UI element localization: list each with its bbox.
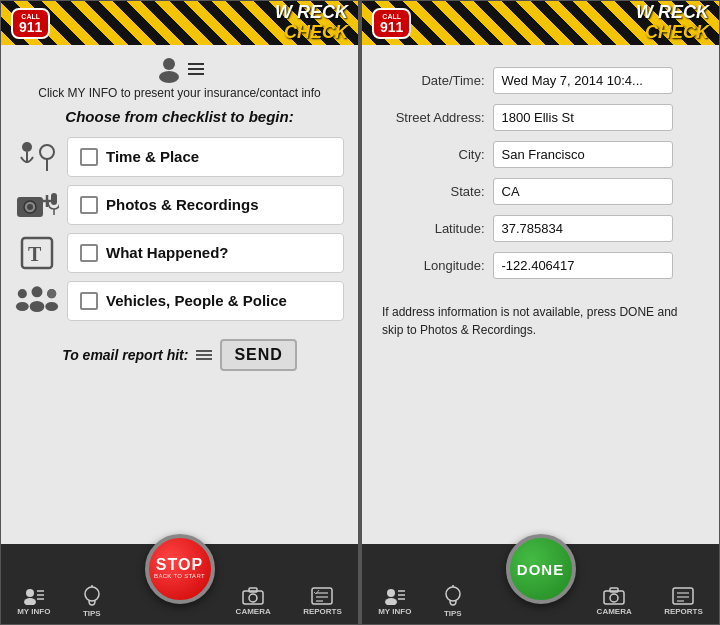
panel2-body: Date/Time: Wed May 7, 2014 10:4... Stree… (362, 45, 719, 544)
lines-icon (188, 63, 204, 75)
svg-point-35 (387, 589, 395, 597)
people-icon (15, 283, 59, 319)
svg-rect-30 (249, 588, 257, 592)
checklist-row-photos: Photos & Recordings (15, 185, 344, 225)
wreck-check-logo-1: W RECK CHECK (275, 3, 348, 43)
my-info-section: Click MY INFO to present your insurance/… (15, 55, 344, 102)
nav-reports-label-1: REPORTS (303, 607, 342, 616)
svg-point-22 (24, 598, 36, 605)
datetime-label: Date/Time: (378, 65, 489, 96)
nine11-text-1: 911 (19, 20, 42, 34)
longitude-label: Longitude: (378, 250, 489, 281)
bottom-bar-1: STOP BACK TO START MY INFO (1, 544, 358, 624)
checklist-row-what-happened: T What Happened? (15, 233, 344, 273)
form-row-datetime: Date/Time: Wed May 7, 2014 10:4... (378, 65, 703, 96)
call-911-badge-1: CALL 911 (11, 8, 50, 39)
form-row-state: State: CA (378, 176, 703, 207)
nav-reports-label-2: REPORTS (664, 607, 703, 616)
call-911-badge-2: CALL 911 (372, 8, 411, 39)
form-row-longitude: Longitude: -122.406417 (378, 250, 703, 281)
photos-checkbox[interactable] (80, 196, 98, 214)
svg-point-2 (22, 142, 32, 152)
svg-text:T: T (28, 243, 42, 265)
panel1-body: Click MY INFO to present your insurance/… (1, 45, 358, 544)
longitude-value[interactable]: -122.406417 (493, 252, 673, 279)
time-place-button[interactable]: Time & Place (67, 137, 344, 177)
photos-button[interactable]: Photos & Recordings (67, 185, 344, 225)
what-happened-icon-area: T (15, 235, 59, 271)
nav-reports-2[interactable]: REPORTS (664, 587, 703, 616)
vehicles-checkbox[interactable] (80, 292, 98, 310)
done-button[interactable]: DONE (506, 534, 576, 604)
nav-tips-2[interactable]: TIPS (444, 585, 462, 618)
latitude-label: Latitude: (378, 213, 489, 244)
nav-my-info-label-1: MY INFO (17, 607, 50, 616)
svg-point-4 (40, 145, 54, 159)
nav-camera-1[interactable]: CAMERA (236, 587, 271, 616)
person-lines-icon-2 (384, 587, 406, 605)
svg-point-7 (27, 204, 33, 210)
vehicles-button[interactable]: Vehicles, People & Police (67, 281, 344, 321)
send-section: To email report hit: SEND (15, 339, 344, 371)
bottom-bar-2: DONE MY INFO TIP (362, 544, 719, 624)
done-text: DONE (517, 561, 564, 578)
vehicles-icon-area (15, 283, 59, 319)
form-row-city: City: San Francisco (378, 139, 703, 170)
panel-1: CALL 911 W RECK CHECK Clic (0, 0, 359, 625)
send-icon-lines (196, 350, 212, 360)
svg-point-36 (385, 598, 397, 605)
send-button[interactable]: SEND (220, 339, 296, 371)
person-lines-icon-1 (23, 587, 45, 605)
text-icon: T (19, 235, 55, 271)
datetime-value[interactable]: Wed May 7, 2014 10:4... (493, 67, 673, 94)
checklist-icon-2 (672, 587, 694, 605)
check-text-1: CHECK (284, 22, 348, 42)
nav-camera-2[interactable]: CAMERA (597, 587, 632, 616)
address-note: If address information is not available,… (378, 303, 703, 339)
checklist-row-vehicles: Vehicles, People & Police (15, 281, 344, 321)
svg-point-40 (446, 587, 460, 601)
what-happened-checkbox[interactable] (80, 244, 98, 262)
svg-point-26 (85, 587, 99, 601)
bulb-icon-1 (83, 585, 101, 607)
latitude-value[interactable]: 37.785834 (493, 215, 673, 242)
nav-my-info-2[interactable]: MY INFO (378, 587, 411, 616)
vehicles-label: Vehicles, People & Police (106, 292, 287, 309)
svg-point-43 (610, 594, 618, 602)
svg-point-0 (163, 58, 175, 70)
check-text-2: CHECK (645, 22, 709, 42)
svg-point-17 (30, 301, 45, 312)
photos-icon-area (15, 187, 59, 223)
wreck-text-1: W RECK (275, 2, 348, 22)
nav-camera-label-2: CAMERA (597, 607, 632, 616)
nav-tips-label-2: TIPS (444, 609, 462, 618)
nav-tips-1[interactable]: TIPS (83, 585, 101, 618)
street-label: Street Address: (378, 102, 489, 133)
what-happened-label: What Happened? (106, 244, 229, 261)
person-icon (155, 55, 183, 83)
choose-text: Choose from checklist to begin: (15, 108, 344, 125)
nav-my-info-1[interactable]: MY INFO (17, 587, 50, 616)
bulb-icon-2 (444, 585, 462, 607)
svg-point-16 (32, 286, 43, 297)
city-value[interactable]: San Francisco (493, 141, 673, 168)
state-value[interactable]: CA (493, 178, 673, 205)
city-label: City: (378, 139, 489, 170)
checklist-items: Time & Place (15, 137, 344, 321)
form-row-street: Street Address: 1800 Ellis St (378, 102, 703, 133)
svg-point-29 (249, 594, 257, 602)
what-happened-button[interactable]: What Happened? (67, 233, 344, 273)
nav-camera-label-1: CAMERA (236, 607, 271, 616)
time-place-checkbox[interactable] (80, 148, 98, 166)
stop-button[interactable]: STOP BACK TO START (145, 534, 215, 604)
svg-point-19 (45, 302, 58, 311)
nav-reports-1[interactable]: REPORTS (303, 587, 342, 616)
svg-point-14 (18, 289, 27, 298)
street-value[interactable]: 1800 Ellis St (493, 104, 673, 131)
nine11-text-2: 911 (380, 20, 403, 34)
photos-label: Photos & Recordings (106, 196, 259, 213)
svg-point-15 (16, 302, 29, 311)
time-place-icon-area (15, 139, 59, 175)
send-label: To email report hit: (62, 347, 188, 363)
stop-word: STOP (156, 557, 203, 573)
